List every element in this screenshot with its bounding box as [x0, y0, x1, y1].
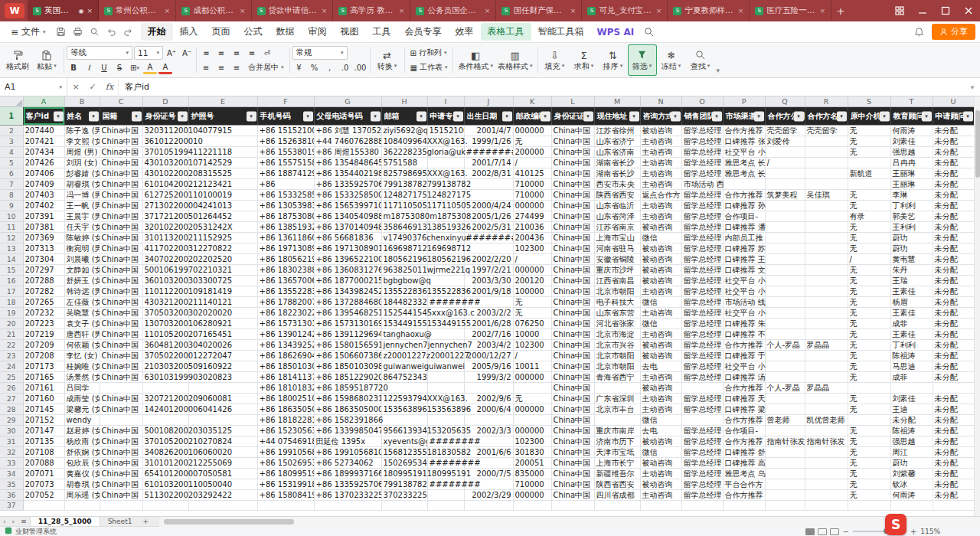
sheet-tab-1[interactable]: Sheet1	[100, 517, 140, 527]
cell-G8[interactable]: +86 1533258500	[314, 190, 381, 201]
cell-C6[interactable]: China中国	[100, 168, 142, 179]
cell-S14[interactable]: /	[848, 254, 890, 265]
cell-K24[interactable]: 10011	[513, 361, 551, 372]
cell-A17[interactable]: 207282	[23, 286, 64, 297]
cell-S35[interactable]: 无	[848, 479, 890, 490]
cell-G10[interactable]: +86 1340540988	[314, 211, 381, 222]
cell-O6[interactable]: 留学总经理	[681, 168, 723, 179]
fill-button[interactable]: ⇩ 填充▾	[541, 44, 570, 76]
cell-M26[interactable]	[594, 383, 640, 394]
cell-G6[interactable]: +86 1354402198	[314, 168, 381, 179]
cell-N35[interactable]: 被动咨询	[640, 479, 681, 490]
cell-G19[interactable]: +86 1395468251	[314, 308, 381, 319]
cell-B21[interactable]: 唐西轩 (男	[64, 329, 100, 340]
cell-D30[interactable]: 500108200203035125	[142, 426, 188, 436]
cell-L7[interactable]: China中国	[551, 179, 594, 190]
cell-R37[interactable]	[805, 501, 848, 511]
cell-U14[interactable]: 未分配	[933, 254, 974, 265]
cell-S29[interactable]	[848, 415, 890, 426]
cell-F28[interactable]: +86 18635050	[257, 404, 314, 415]
cell-P9[interactable]: 口碑推荐 孙	[723, 201, 765, 211]
cell-A4[interactable]: 207434	[23, 147, 64, 158]
decrease-decimal-button[interactable]: .0	[338, 61, 352, 74]
column-header-L[interactable]: L	[551, 96, 594, 107]
cell-T34[interactable]: 刘紫馨	[890, 469, 933, 479]
cell-D10[interactable]: 371721200501264452	[142, 211, 188, 222]
strikethrough-button[interactable]: S	[113, 61, 126, 74]
cell-C35[interactable]: China中国	[100, 479, 142, 490]
cell-J3[interactable]: 1999/1/26	[464, 136, 513, 147]
column-header-U[interactable]: U	[933, 96, 974, 107]
cell-O18[interactable]: 留学总经理	[681, 297, 723, 308]
cell-M5[interactable]: 湖南省长沙	[594, 158, 640, 168]
cell-U19[interactable]: 未分配	[933, 308, 974, 319]
cell-H6[interactable]: 825798695XXX@163.	[381, 168, 427, 179]
cell-O16[interactable]: 留学总经理	[681, 276, 723, 286]
filter-dropdown-icon[interactable]: ▾	[303, 111, 313, 121]
cell-P30[interactable]: 合作项目-	[723, 426, 765, 436]
cell-J21[interactable]: 2002/7/16	[464, 329, 513, 340]
cell-B4[interactable]: 周煜 (男)	[64, 147, 100, 158]
vertical-scrollbar[interactable]	[974, 96, 980, 516]
file-tab-1[interactable]: S常州公积金 .xlsx×	[99, 0, 176, 21]
cell-O12[interactable]: 留学总经理	[681, 233, 723, 243]
font-size-select[interactable]: 11 ▾	[134, 46, 163, 60]
cell-G27[interactable]: +86 1598680231	[314, 394, 381, 404]
close-tab-icon[interactable]: ×	[738, 7, 744, 15]
cell-D37[interactable]	[142, 501, 188, 511]
cell-P22[interactable]: 合作方推荐	[723, 340, 765, 351]
cell-H37[interactable]	[381, 501, 427, 511]
cell-A6[interactable]: 207406	[23, 168, 64, 179]
cell-C21[interactable]: China中国	[100, 329, 142, 340]
cell-B11[interactable]: 任天宇 (女	[64, 222, 100, 233]
cell-P6[interactable]: 雅思考点 长	[723, 168, 765, 179]
row-header-26[interactable]: 26	[0, 383, 23, 394]
cell-Q13[interactable]	[765, 243, 805, 254]
cell-G3[interactable]: +44 7460762888	[314, 136, 381, 147]
cell-U24[interactable]: 未分配	[933, 361, 974, 372]
cell-H3[interactable]: 108409964XXX@163.	[381, 136, 427, 147]
filter-dropdown-icon[interactable]: ▾	[178, 111, 188, 121]
cell-H27[interactable]: 122593794XXX@163.	[381, 394, 427, 404]
cell-S18[interactable]: 无	[848, 297, 890, 308]
cell-S4[interactable]: 无	[848, 147, 890, 158]
cell-P34[interactable]: 雅思考点 乌	[723, 469, 765, 479]
row-header-2[interactable]: 2	[0, 126, 23, 136]
cell-R25[interactable]	[805, 372, 848, 383]
file-tab-9[interactable]: S医疗五险一金.xlsx×	[750, 0, 831, 21]
cell-A23[interactable]: 207208	[23, 351, 64, 361]
cell-R31[interactable]: 指南针张发	[805, 436, 848, 447]
cell-K13[interactable]: 102300	[513, 243, 551, 254]
cell-U27[interactable]: 未分配	[933, 394, 974, 404]
search-icon[interactable]	[640, 24, 657, 41]
cell-H19[interactable]: 1525441545xxx@163.c	[381, 308, 427, 319]
page-layout-view-icon[interactable]	[818, 528, 827, 535]
cell-O2[interactable]: 留学总经理	[681, 126, 723, 136]
minimize-button[interactable]	[911, 0, 934, 21]
cell-C16[interactable]: China中国	[100, 276, 142, 286]
cell-N23[interactable]: 被动咨询	[640, 351, 681, 361]
cell-S30[interactable]: 无	[848, 426, 890, 436]
new-tab-button[interactable]: +	[833, 3, 848, 18]
cell-D11[interactable]: 32010220020531242X	[142, 222, 188, 233]
filter-button[interactable]: 筛选▾	[628, 44, 657, 76]
cancel-entry-button[interactable]: ×	[67, 79, 84, 96]
cell-O33[interactable]: 留学总经理	[681, 458, 723, 469]
column-header-S[interactable]: S	[848, 96, 890, 107]
cell-M7[interactable]: 西安市未央	[594, 179, 640, 190]
cell-P36[interactable]: 合作方推荐	[723, 490, 765, 501]
cell-B14[interactable]: 刘晨曦 (女	[64, 254, 100, 265]
cell-L2[interactable]: China中国	[551, 126, 594, 136]
cell-L8[interactable]: China中国	[551, 190, 594, 201]
sheet-list-icon[interactable]: ≡	[18, 518, 30, 525]
cell-F16[interactable]: +86 13657006	[257, 276, 314, 286]
cell-C15[interactable]: China中国	[100, 265, 142, 276]
cell-A8[interactable]: 207403	[23, 190, 64, 201]
menu-item-9[interactable]: 效率	[449, 23, 481, 41]
cell-N3[interactable]: 主动咨询	[640, 136, 681, 147]
cell-G33[interactable]: +86 52734062	[314, 458, 381, 469]
cell-H11[interactable]: 358646913138519326	[381, 222, 427, 233]
cell-S37[interactable]	[848, 501, 890, 511]
row-header-25[interactable]: 25	[0, 372, 23, 383]
cell-T14[interactable]: 黄韦慧	[890, 254, 933, 265]
